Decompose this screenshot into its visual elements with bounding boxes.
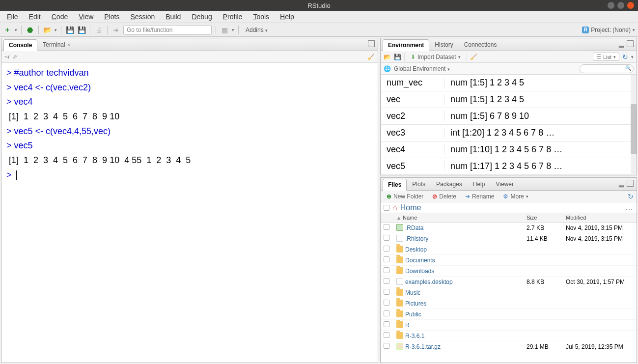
file-checkbox[interactable]: [384, 332, 389, 338]
tab-packages[interactable]: Packages: [431, 178, 468, 190]
env-search-input[interactable]: [580, 64, 634, 73]
tab-terminal[interactable]: Terminal×: [37, 39, 76, 51]
file-name[interactable]: Downloads: [405, 268, 434, 275]
scope-selector[interactable]: Global Environment ▾: [394, 65, 450, 72]
project-selector[interactable]: R Project: (None) ▾: [582, 27, 635, 33]
env-var-row[interactable]: vec5num [1:17] 1 2 3 4 5 6 7 8 …: [381, 158, 637, 175]
new-folder-button[interactable]: ⊕New Folder: [384, 193, 426, 200]
file-name[interactable]: R-3.6.1.tar.gz: [405, 343, 441, 350]
file-name[interactable]: .Rhistory: [405, 235, 428, 242]
env-var-row[interactable]: vec2num [1:5] 6 7 8 9 10: [381, 108, 637, 125]
file-row[interactable]: R-3.6.1: [381, 331, 637, 341]
env-var-row[interactable]: vec3int [1:20] 1 2 3 4 5 6 7 8 …: [381, 125, 637, 141]
print-icon[interactable]: 🖨: [94, 26, 103, 34]
file-row[interactable]: Public: [381, 309, 637, 320]
grid-icon[interactable]: ▦: [220, 26, 229, 34]
menu-debug[interactable]: Debug: [189, 12, 215, 22]
tab-history[interactable]: History: [429, 39, 458, 51]
file-checkbox[interactable]: [384, 224, 389, 230]
file-name[interactable]: Documents: [405, 257, 435, 264]
open-file-icon[interactable]: 📂: [43, 26, 52, 34]
file-checkbox[interactable]: [384, 256, 389, 262]
save-all-icon[interactable]: 💾: [77, 26, 86, 34]
menu-view[interactable]: View: [76, 12, 96, 22]
env-var-row[interactable]: vecnum [1:5] 1 2 3 4 5: [381, 91, 637, 108]
addins-menu[interactable]: Addins ▾: [243, 27, 271, 33]
file-name[interactable]: Public: [405, 311, 421, 318]
file-name[interactable]: .RData: [405, 224, 423, 231]
new-file-icon[interactable]: ＋: [3, 26, 12, 34]
tab-plots[interactable]: Plots: [407, 178, 431, 190]
file-row[interactable]: Downloads: [381, 266, 637, 277]
menu-build[interactable]: Build: [163, 12, 184, 22]
menu-profile[interactable]: Profile: [220, 12, 246, 22]
pane-maximize-button[interactable]: [627, 180, 634, 187]
file-row[interactable]: Documents: [381, 255, 637, 266]
file-row[interactable]: Music: [381, 287, 637, 298]
file-name[interactable]: R: [405, 322, 410, 329]
env-var-row[interactable]: vec4num [1:10] 1 2 3 4 5 6 7 8 …: [381, 141, 637, 158]
menu-code[interactable]: Code: [49, 12, 71, 22]
path-more-icon[interactable]: …: [625, 203, 634, 212]
pane-maximize-button[interactable]: [627, 40, 634, 47]
file-name[interactable]: Music: [405, 289, 420, 296]
tab-files[interactable]: Files: [383, 179, 407, 191]
load-workspace-icon[interactable]: 📂: [384, 54, 391, 60]
clear-env-icon[interactable]: 🧹: [470, 54, 477, 60]
file-checkbox[interactable]: [384, 321, 389, 327]
file-row[interactable]: examples.desktop8.8 KBOct 30, 2019, 1:57…: [381, 277, 637, 287]
home-icon[interactable]: ⌂: [392, 203, 397, 212]
save-workspace-icon[interactable]: 💾: [394, 54, 401, 60]
file-name[interactable]: Desktop: [405, 246, 427, 253]
tab-viewer[interactable]: Viewer: [490, 178, 519, 190]
tab-connections[interactable]: Connections: [459, 39, 502, 51]
file-checkbox[interactable]: [384, 278, 389, 284]
menu-help[interactable]: Help: [277, 12, 297, 22]
file-checkbox[interactable]: [384, 267, 389, 273]
tab-help[interactable]: Help: [468, 178, 491, 190]
pane-minimize-icon[interactable]: ▂: [619, 40, 624, 48]
col-name[interactable]: ▲ Name: [393, 213, 524, 223]
select-all-checkbox[interactable]: [384, 205, 389, 211]
menu-plots[interactable]: Plots: [101, 12, 122, 22]
refresh-files-icon[interactable]: ↻: [628, 193, 634, 200]
tab-console[interactable]: Console: [3, 39, 37, 51]
goto-file-input[interactable]: Go to file/function: [123, 25, 212, 35]
file-row[interactable]: R-3.6.1.tar.gz29.1 MBJul 5, 2019, 12:35 …: [381, 341, 637, 352]
view-mode-list[interactable]: ☰ List ▾: [593, 53, 619, 61]
save-icon[interactable]: 💾: [65, 26, 74, 34]
file-checkbox[interactable]: [384, 246, 389, 252]
menu-session[interactable]: Session: [127, 12, 158, 22]
menu-tools[interactable]: Tools: [250, 12, 272, 22]
file-row[interactable]: .Rhistory11.4 KBNov 4, 2019, 3:15 PM: [381, 233, 637, 244]
file-row[interactable]: R: [381, 320, 637, 331]
tab-environment[interactable]: Environment: [383, 39, 429, 51]
refresh-icon[interactable]: ↻: [622, 53, 628, 61]
close-icon[interactable]: ×: [67, 42, 70, 48]
pane-collapse-button[interactable]: [368, 40, 375, 47]
file-checkbox[interactable]: [384, 235, 389, 241]
close-button[interactable]: [627, 2, 634, 9]
more-button[interactable]: ⚙More ▾: [500, 193, 531, 200]
import-dataset-button[interactable]: ⬇Import Dataset ▾: [408, 54, 464, 60]
col-size[interactable]: Size: [524, 213, 563, 223]
pane-minimize-icon[interactable]: ▂: [619, 180, 624, 187]
menu-edit[interactable]: Edit: [26, 12, 44, 22]
minimize-button[interactable]: [608, 2, 614, 9]
console-output[interactable]: > #author techvidvan> vec4 <- c(vec,vec2…: [1, 63, 378, 363]
file-row[interactable]: Desktop: [381, 244, 637, 255]
file-checkbox[interactable]: [384, 289, 389, 295]
file-row[interactable]: Pictures: [381, 298, 637, 309]
maximize-button[interactable]: [617, 2, 624, 9]
env-var-row[interactable]: num_vecnum [1:5] 1 2 3 4 5: [381, 75, 637, 91]
file-name[interactable]: R-3.6.1: [405, 333, 424, 339]
file-checkbox[interactable]: [384, 300, 389, 306]
breadcrumb-home[interactable]: Home: [400, 203, 421, 212]
rename-button[interactable]: ➜Rename: [462, 193, 497, 200]
file-checkbox[interactable]: [384, 343, 389, 349]
file-row[interactable]: .RData2.7 KBNov 4, 2019, 3:15 PM: [381, 223, 637, 233]
file-checkbox[interactable]: [384, 310, 389, 316]
file-name[interactable]: Pictures: [405, 300, 426, 307]
clear-console-icon[interactable]: 🧹: [367, 54, 375, 60]
scrollbar[interactable]: [631, 75, 637, 175]
